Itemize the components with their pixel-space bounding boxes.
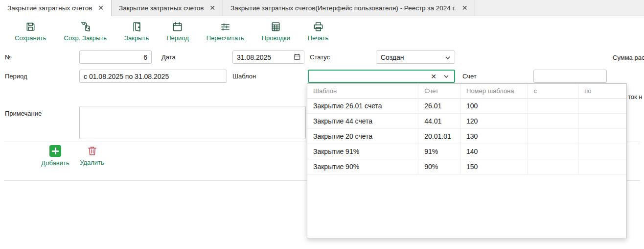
cell-account: 26.01 bbox=[418, 99, 460, 114]
app-window: Закрытие затратных счетов ✕ Закрытие зат… bbox=[0, 0, 644, 249]
sum-label-truncated: Сумма рас bbox=[613, 54, 644, 61]
cell-template-number: 100 bbox=[460, 99, 528, 114]
delete-label: Удалить bbox=[80, 159, 104, 166]
account-input[interactable] bbox=[533, 70, 607, 83]
cell-template: Закрытие 20 счета bbox=[307, 129, 418, 144]
template-option-row[interactable]: Закрытие 91% 91% 140 bbox=[307, 144, 626, 159]
date-label: Дата bbox=[161, 50, 176, 64]
recalculate-button[interactable]: Пересчитать bbox=[207, 21, 244, 42]
cell-account: 91% bbox=[418, 144, 460, 159]
cell-template-number: 150 bbox=[460, 159, 528, 174]
save-close-button[interactable]: Сохр. Закрыть bbox=[64, 21, 107, 42]
cell-account: 90% bbox=[418, 159, 460, 174]
chevron-down-icon bbox=[445, 55, 451, 61]
cell-template: Закрытие 90% bbox=[307, 159, 418, 174]
main-toolbar: Сохранить Сохр. Закрыть Закрыть Период bbox=[0, 17, 644, 46]
tab-document-2[interactable]: Закрытие затратных счетов ✕ bbox=[112, 0, 223, 16]
tab-close-icon[interactable]: ✕ bbox=[462, 4, 468, 11]
account-label: Счет bbox=[462, 70, 477, 83]
right-label-truncated: ток н bbox=[628, 93, 643, 100]
tab-registry-2024[interactable]: Закрытие затратных счетов(Интерфейс поль… bbox=[223, 0, 475, 16]
status-value: Создан bbox=[381, 53, 404, 61]
add-label: Добавить bbox=[41, 159, 69, 167]
cell-to bbox=[578, 114, 626, 129]
period-field-label: Период bbox=[5, 70, 27, 83]
period-button[interactable]: Период bbox=[166, 21, 189, 42]
template-option-row[interactable]: Закрытие 26.01 счета 26.01 100 bbox=[307, 99, 626, 114]
template-label: Шаблон bbox=[232, 70, 256, 83]
cell-template-number: 140 bbox=[460, 144, 528, 159]
number-input[interactable] bbox=[79, 50, 152, 64]
recalculate-label: Пересчитать bbox=[207, 34, 244, 42]
column-header-template-number: Номер шаблона bbox=[460, 84, 528, 99]
dropdown-header-row: Шаблон Счет Номер шаблона с по bbox=[307, 84, 626, 99]
template-input[interactable] bbox=[312, 71, 427, 81]
print-icon bbox=[313, 21, 324, 32]
postings-grid-icon bbox=[270, 21, 281, 32]
template-option-row[interactable]: Закрытие 20 счета 20.01.01 130 bbox=[307, 129, 626, 144]
cell-from bbox=[528, 159, 579, 174]
cell-to bbox=[578, 129, 626, 144]
add-plus-icon bbox=[49, 145, 61, 157]
trash-icon bbox=[87, 145, 98, 156]
cell-to bbox=[578, 99, 626, 114]
cell-template: Закрытие 26.01 счета bbox=[307, 99, 418, 114]
template-combobox[interactable]: ✕ bbox=[308, 70, 455, 83]
close-button[interactable]: Закрыть bbox=[124, 21, 149, 42]
tab-bar: Закрытие затратных счетов ✕ Закрытие зат… bbox=[0, 0, 644, 16]
save-icon bbox=[25, 21, 36, 32]
date-calendar-icon[interactable] bbox=[293, 53, 301, 61]
template-option-row[interactable]: Закрытие 90% 90% 150 bbox=[307, 159, 626, 174]
postings-button[interactable]: Проводки bbox=[262, 21, 290, 42]
calendar-icon bbox=[172, 21, 183, 32]
cell-template-number: 130 bbox=[460, 129, 528, 144]
close-door-icon bbox=[131, 21, 142, 32]
cell-to bbox=[578, 144, 626, 159]
cell-account: 44.01 bbox=[418, 114, 460, 129]
cell-template: Закрытие 44 счета bbox=[307, 114, 418, 129]
period-label: Период bbox=[166, 34, 189, 42]
status-select[interactable]: Создан bbox=[376, 50, 455, 64]
tab-label: Закрытие затратных счетов bbox=[7, 4, 92, 12]
column-header-to: по bbox=[578, 84, 626, 99]
column-header-from: с bbox=[528, 84, 579, 99]
cell-from bbox=[528, 129, 579, 144]
template-option-row[interactable]: Закрытие 44 счета 44.01 120 bbox=[307, 114, 626, 129]
date-field bbox=[232, 50, 304, 64]
column-header-template: Шаблон bbox=[307, 84, 418, 99]
print-button[interactable]: Печать bbox=[308, 21, 329, 42]
cell-template-number: 120 bbox=[460, 114, 528, 129]
template-dropdown-button[interactable] bbox=[440, 74, 451, 79]
delete-row-button[interactable]: Удалить bbox=[78, 145, 106, 166]
cell-from bbox=[528, 114, 579, 129]
save-label: Сохранить bbox=[15, 34, 46, 42]
print-label: Печать bbox=[308, 34, 329, 42]
cell-template: Закрытие 91% bbox=[307, 144, 418, 159]
tab-close-icon[interactable]: ✕ bbox=[98, 4, 104, 11]
recalculate-icon bbox=[220, 21, 231, 32]
tab-close-icon[interactable]: ✕ bbox=[209, 4, 215, 11]
cell-to bbox=[578, 159, 626, 174]
tab-document-1[interactable]: Закрытие затратных счетов ✕ bbox=[0, 0, 112, 16]
period-input[interactable] bbox=[79, 70, 227, 83]
close-label: Закрыть bbox=[124, 34, 149, 42]
status-label: Статус bbox=[310, 50, 330, 64]
chevron-down-icon bbox=[443, 74, 449, 79]
save-close-label: Сохр. Закрыть bbox=[64, 34, 107, 42]
template-dropdown-popup: Шаблон Счет Номер шаблона с по Закрытие … bbox=[307, 83, 627, 238]
clear-icon[interactable]: ✕ bbox=[427, 73, 440, 80]
tab-label: Закрытие затратных счетов bbox=[119, 4, 204, 12]
note-textarea[interactable] bbox=[79, 106, 306, 139]
dropdown-empty-area bbox=[307, 174, 626, 238]
postings-label: Проводки bbox=[262, 34, 290, 42]
add-row-button[interactable]: Добавить bbox=[41, 145, 70, 167]
cell-from bbox=[528, 99, 579, 114]
column-header-account: Счет bbox=[418, 84, 460, 99]
cell-from bbox=[528, 144, 579, 159]
save-close-icon bbox=[80, 21, 91, 32]
save-button[interactable]: Сохранить bbox=[15, 21, 46, 42]
tab-label: Закрытие затратных счетов(Интерфейс поль… bbox=[230, 4, 456, 12]
cell-account: 20.01.01 bbox=[418, 129, 460, 144]
number-label: № bbox=[5, 50, 12, 64]
note-label: Примечание bbox=[5, 107, 42, 120]
